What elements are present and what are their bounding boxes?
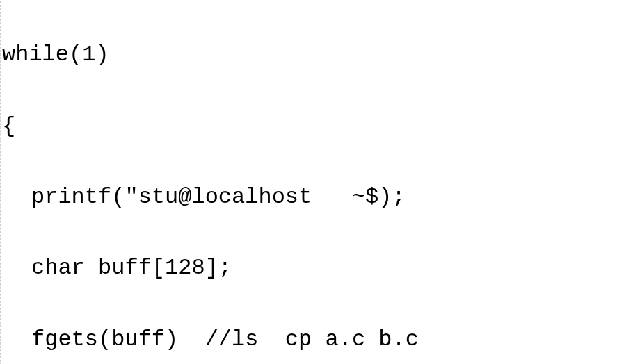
code-block: while(1) { printf("stu@localhost ~$); ch… bbox=[0, 1, 617, 364]
code-line: fgets(buff) //ls cp a.c b.c bbox=[2, 322, 617, 357]
code-line: char buff[128]; bbox=[2, 250, 617, 286]
code-line: printf("stu@localhost ~$); bbox=[2, 179, 617, 215]
code-line: while(1) bbox=[2, 37, 617, 72]
code-line: { bbox=[2, 108, 617, 144]
